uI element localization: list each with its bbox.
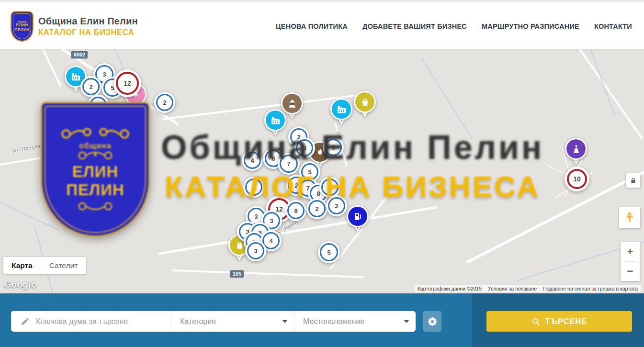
chevron-down-icon: [282, 320, 287, 323]
category-select[interactable]: Категория: [171, 311, 294, 332]
cluster-marker[interactable]: 10: [565, 167, 589, 191]
pencil-icon: [21, 317, 30, 326]
watermark-crest: община ЕЛИН ПЕЛИН: [41, 102, 150, 237]
zoom-out-button[interactable]: −: [621, 262, 640, 281]
road-number-badge: 6002: [71, 51, 88, 58]
top-strip: [0, 0, 644, 3]
map-type-map-button[interactable]: Карта: [3, 257, 41, 274]
keyword-input[interactable]: [36, 317, 166, 326]
nav-add-business[interactable]: ДОБАВЕТЕ ВАШИЯТ БИЗНЕС: [362, 22, 467, 30]
street-label: ул. Преслав: [11, 143, 44, 153]
search-button-label: ТЪРСЕНЕ: [545, 317, 588, 326]
cluster-marker[interactable]: 2: [154, 92, 175, 113]
nav-pricing[interactable]: ЦЕНОВА ПОЛИТИКА: [276, 22, 348, 30]
chevron-down-icon: [404, 320, 409, 323]
cluster-marker[interactable]: 5: [318, 241, 340, 263]
category-placeholder: Категория: [180, 317, 216, 326]
fuel-pin[interactable]: [347, 205, 369, 227]
lock-control[interactable]: [626, 173, 640, 188]
watermark-title: Община Елин Пелин: [161, 128, 544, 167]
factory-pin[interactable]: [330, 98, 352, 120]
watermark-subtitle: КАТАЛОГ НА БИЗНЕСА: [165, 169, 540, 203]
zoom-in-button[interactable]: +: [621, 242, 640, 261]
pegman-icon: [624, 212, 635, 224]
advanced-settings-button[interactable]: [423, 311, 441, 332]
brand-logo[interactable]: община ЕЛИН ПЕЛИН Община Елин Пелин КАТА…: [11, 11, 138, 42]
search-field-group: Категория Местоположение: [11, 311, 416, 332]
gear-icon: [427, 316, 438, 327]
road-number-badge: 105: [230, 270, 244, 278]
cluster-marker[interactable]: 2: [80, 76, 102, 97]
keyword-field: [11, 311, 171, 332]
cluster-marker[interactable]: 12: [113, 69, 141, 97]
location-placeholder: Местоположение: [303, 317, 364, 326]
main-nav: ЦЕНОВА ПОЛИТИКА ДОБАВЕТЕ ВАШИЯТ БИЗНЕС М…: [276, 22, 632, 30]
report-error-link[interactable]: Подаване на сигнал за грешка в картата: [543, 286, 638, 291]
search-icon: [531, 317, 540, 326]
nav-route-schedule[interactable]: МАРШРУТНО РАЗПИСАНИЕ: [482, 22, 579, 30]
zoom-control: + −: [621, 242, 640, 281]
attribution-copyright: Картографски данни ©2019: [418, 286, 482, 291]
municipality-crest-logo: община ЕЛИН ПЕЛИН: [11, 11, 34, 42]
site-subtitle: КАТАЛОГ НА БИЗНЕСА: [38, 28, 138, 37]
lock-icon: [630, 177, 637, 184]
page: 3251222354675227841282233383435106002105…: [0, 0, 644, 347]
site-title: Община Елин Пелин: [38, 16, 138, 27]
header: община ЕЛИН ПЕЛИН Община Елин Пелин КАТА…: [0, 3, 644, 49]
search-button[interactable]: ТЪРСЕНЕ: [486, 311, 632, 332]
terms-link[interactable]: Условия за ползване: [488, 286, 537, 291]
map-type-satellite-button[interactable]: Сателит: [41, 257, 86, 274]
bag-pin[interactable]: [354, 91, 376, 113]
nav-contacts[interactable]: КОНТАКТИ: [594, 22, 632, 30]
map-attribution: Картографски данни ©2019 Условия за полз…: [415, 285, 641, 292]
pegman-control[interactable]: [619, 207, 640, 228]
search-bar: Категория Местоположение Т: [0, 293, 644, 347]
location-select[interactable]: Местоположение: [294, 311, 416, 332]
church-pin[interactable]: [565, 138, 587, 160]
map-type-control: Карта Сателит: [3, 257, 86, 274]
cluster-marker[interactable]: 3: [245, 240, 266, 261]
google-logo[interactable]: Google: [4, 280, 36, 290]
